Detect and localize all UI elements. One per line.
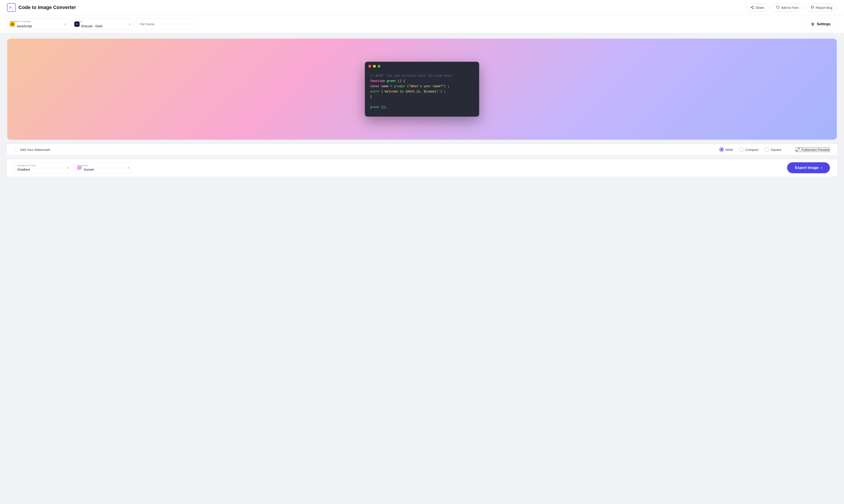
canvas-wrapper: // NOTE: You can directly edit the code … xyxy=(7,38,837,140)
report-bug-button[interactable]: Report Bug xyxy=(806,3,837,12)
toolbar: Highlight Language JS JavaScript Python … xyxy=(0,15,844,33)
heart-icon xyxy=(776,6,780,9)
header-actions: Share Add to Favs Report Bug xyxy=(746,3,837,12)
svg-line-3 xyxy=(752,8,753,8)
code-body[interactable]: // NOTE: You can directly edit the code … xyxy=(365,70,479,116)
gradient-select-wrapper: Gradients Sunset Ocean Forest Candy ▾ xyxy=(75,163,132,173)
add-to-favs-button[interactable]: Add to Favs xyxy=(772,3,803,12)
share-button[interactable]: Share xyxy=(746,3,769,12)
bg-type-select[interactable]: Gradient Solid Image None xyxy=(14,163,71,173)
logo-area: >_ Code to Image Converter xyxy=(7,3,76,12)
fullscreen-button[interactable]: Fullscreen Preview xyxy=(795,147,830,152)
logo-symbol: >_ xyxy=(9,5,14,10)
svg-point-9 xyxy=(813,24,814,24)
radio-wide-inner xyxy=(721,148,723,151)
theme-icon: fn xyxy=(74,21,80,27)
radio-wide[interactable]: Wide xyxy=(719,147,733,152)
svg-point-8 xyxy=(812,23,812,23)
export-button[interactable]: Export Image › xyxy=(787,162,830,173)
dot-yellow xyxy=(373,65,376,68)
main-content: // NOTE: You can directly edit the code … xyxy=(0,33,844,504)
radio-square-outer xyxy=(765,147,769,152)
language-select[interactable]: JavaScript Python TypeScript HTML xyxy=(7,18,69,30)
code-titlebar xyxy=(365,62,479,70)
fullscreen-icon xyxy=(796,148,800,151)
theme-select[interactable]: Dracula - Dark GitHub Light Monokai xyxy=(72,18,133,30)
code-line-comment: // NOTE: You can directly edit the code … xyxy=(370,73,474,78)
code-line-function: function greet () { xyxy=(370,78,474,84)
settings-button[interactable]: Settings xyxy=(805,19,837,30)
code-line-alert: alert (`Welcome to 10015.io, ${name}!`) … xyxy=(370,89,474,94)
code-line-call: greet (); xyxy=(370,105,474,110)
code-line-close: } xyxy=(370,94,474,100)
settings-icon xyxy=(811,22,815,26)
export-arrow-icon: › xyxy=(821,166,822,170)
options-bar: Background Type Gradient Solid Image Non… xyxy=(7,159,837,176)
dot-green xyxy=(378,65,380,68)
code-window: // NOTE: You can directly edit the code … xyxy=(365,62,479,116)
bottom-bar: Add Your Watermark Wide Compact Square F… xyxy=(7,144,837,155)
svg-point-0 xyxy=(753,6,754,7)
svg-point-2 xyxy=(753,8,754,9)
radio-group: Wide Compact Square xyxy=(719,147,781,152)
file-name-wrapper xyxy=(136,18,198,30)
svg-point-10 xyxy=(812,25,813,25)
share-icon xyxy=(751,6,754,9)
app-logo-icon: >_ xyxy=(7,3,16,12)
code-line-const: const name = prompt ("What's your name?"… xyxy=(370,84,474,89)
js-icon: JS xyxy=(10,21,15,27)
radio-wide-outer xyxy=(719,147,724,152)
bg-type-select-wrapper: Background Type Gradient Solid Image Non… xyxy=(14,163,71,173)
watermark-checkbox-label[interactable]: Add Your Watermark xyxy=(14,148,50,151)
gradient-swatch-icon xyxy=(77,165,82,170)
gradient-select[interactable]: Sunset Ocean Forest Candy xyxy=(75,163,132,173)
radio-square[interactable]: Square xyxy=(765,147,781,152)
file-name-input[interactable] xyxy=(136,18,198,30)
svg-line-11 xyxy=(798,148,799,149)
language-select-wrapper: Highlight Language JS JavaScript Python … xyxy=(7,18,69,30)
header: >_ Code to Image Converter Share Add to … xyxy=(0,0,844,15)
dot-red xyxy=(368,65,371,68)
watermark-checkbox[interactable] xyxy=(14,148,18,151)
canvas-background: // NOTE: You can directly edit the code … xyxy=(7,39,837,140)
bug-icon xyxy=(811,6,814,9)
theme-select-wrapper: Theme fn Dracula - Dark GitHub Light Mon… xyxy=(72,18,133,30)
svg-line-12 xyxy=(796,150,798,151)
app-title: Code to Image Converter xyxy=(18,5,76,10)
code-line-empty xyxy=(370,100,474,105)
radio-compact-outer xyxy=(739,147,743,152)
svg-point-1 xyxy=(751,7,752,8)
svg-line-4 xyxy=(752,6,753,7)
radio-compact[interactable]: Compact xyxy=(739,147,758,152)
